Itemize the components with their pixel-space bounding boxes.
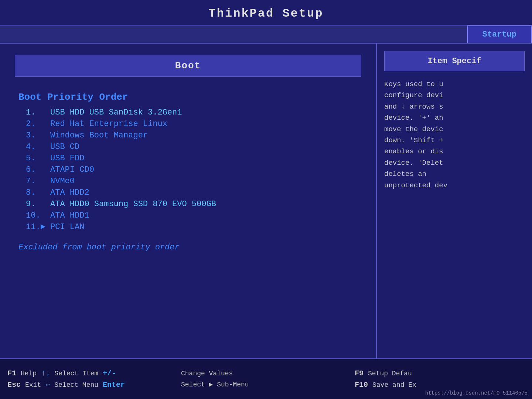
boot-item[interactable]: 10. ATA HDD1 [18,211,358,220]
select-menu-label: Select Menu [54,381,98,389]
f1-help-row: F1 Help ↑↓ Select Item +/- [7,369,177,378]
f1-key: F1 [7,369,16,378]
status-group-middle: Change Values Select ▶ Sub-Menu [181,370,351,388]
status-group-left: F1 Help ↑↓ Select Item +/- Esc Exit ↔ Se… [7,369,177,389]
arrow-lr: ↔ [45,381,50,389]
boot-content: Boot Priority Order 1. USB HDD USB SanDi… [15,84,361,347]
save-exit-label: Save and Ex [372,381,416,389]
boot-item[interactable]: 1. USB HDD USB SanDisk 3.2Gen1 [18,108,358,117]
f9-row: F9 Setup Defau [355,369,525,378]
bios-title: ThinkPad Setup [0,7,532,20]
boot-item[interactable]: 2. Red Hat Enterprise Linux [18,119,358,129]
select-item-label: Select Item [54,370,98,377]
f9-key: F9 [355,369,364,378]
boot-section-header: Boot [15,55,361,77]
left-panel: Boot Boot Priority Order 1. USB HDD USB … [0,44,377,358]
help-text: Keys used to u configure devi and ↓ arro… [384,79,525,191]
arrow-ud: ↑↓ [41,369,50,378]
boot-item[interactable]: 4. USB CD [18,142,358,151]
f10-row: F10 Save and Ex [355,381,525,389]
f10-key: F10 [355,381,368,389]
right-panel: Item Specif Keys used to u configure dev… [377,44,532,358]
esc-key: Esc [7,381,21,389]
help-label: Help [21,370,37,377]
change-values-row: Change Values [181,370,351,377]
status-group-right: F9 Setup Defau F10 Save and Ex [355,369,525,389]
excluded-section: Excluded from boot priority order [18,243,358,252]
plus-minus-symbol: +/- [103,369,116,378]
setup-default-label: Setup Defau [368,370,412,377]
watermark: https://blog.csdn.net/m0_51140575 [425,390,528,396]
main-content: Boot Boot Priority Order 1. USB HDD USB … [0,44,532,358]
tab-startup[interactable]: Startup [467,25,532,43]
title-bar: ThinkPad Setup [0,0,532,25]
change-values-label: Change Values [181,370,233,377]
boot-item[interactable]: 3. Windows Boot Manager [18,131,358,140]
tab-row: Startup [0,25,532,44]
boot-item[interactable]: 11.► PCI LAN [18,222,358,232]
select-submenu-label: Select ▶ Sub-Menu [181,380,249,388]
boot-item[interactable]: 9. ATA HDD0 Samsung SSD 870 EVO 500GB [18,200,358,209]
esc-exit-row: Esc Exit ↔ Select Menu Enter [7,381,177,389]
boot-item[interactable]: 5. USB FDD [18,154,358,163]
status-bar-inner: F1 Help ↑↓ Select Item +/- Esc Exit ↔ Se… [7,369,525,389]
bios-screen: ThinkPad Setup Startup Boot Boot Priorit… [0,0,532,399]
item-specific-header: Item Specif [384,51,525,71]
boot-item[interactable]: 6. ATAPI CD0 [18,165,358,174]
exit-label: Exit [25,381,41,389]
boot-item[interactable]: 7. NVMe0 [18,177,358,186]
boot-item[interactable]: 8. ATA HDD2 [18,188,358,197]
boot-priority-title: Boot Priority Order [18,92,358,103]
select-submenu-row: Select ▶ Sub-Menu [181,380,351,388]
enter-key: Enter [103,381,125,389]
